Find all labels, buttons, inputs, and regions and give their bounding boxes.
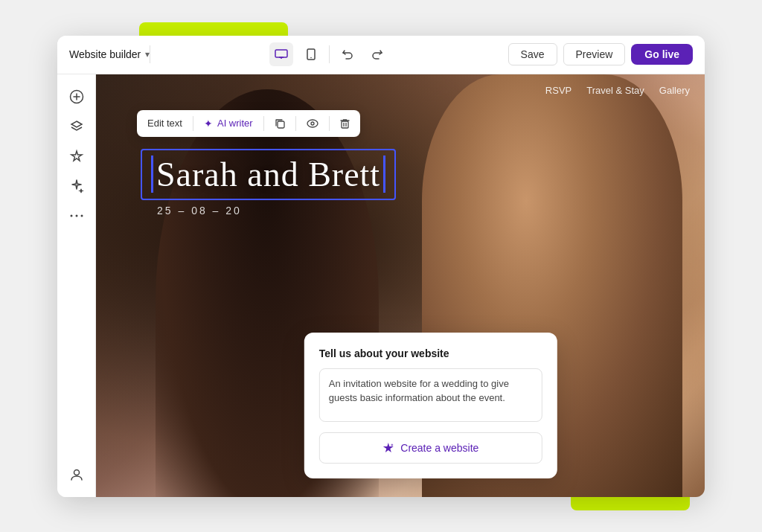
ai-writer-button[interactable]: ✦ AI writer: [193, 110, 263, 137]
svg-point-14: [307, 120, 318, 127]
svg-point-12: [74, 469, 79, 475]
delete-button[interactable]: [330, 110, 360, 137]
svg-rect-0: [275, 50, 287, 57]
visibility-button[interactable]: [296, 110, 329, 137]
magic-button[interactable]: [63, 143, 90, 170]
add-element-button[interactable]: [63, 83, 90, 110]
canvas[interactable]: RSVP Travel & Stay Gallery Edit text ✦ A…: [96, 74, 705, 497]
hero-nav-travel[interactable]: Travel & Stay: [586, 85, 644, 96]
svg-point-11: [80, 214, 83, 217]
text-cursor-right: [383, 156, 385, 193]
layers-button[interactable]: [63, 113, 90, 140]
text-cursor: [151, 156, 153, 193]
builder-label-area[interactable]: Website builder ▾: [69, 48, 150, 60]
hero-nav-gallery[interactable]: Gallery: [659, 85, 690, 96]
create-website-label: Create a website: [400, 442, 478, 454]
toolbar-divider-2: [329, 45, 330, 63]
ai-dialog-textarea[interactable]: An invitation website for a wedding to g…: [319, 368, 542, 422]
desktop-view-button[interactable]: [269, 42, 293, 66]
more-button[interactable]: [63, 202, 90, 229]
ai-dialog: Tell us about your website An invitation…: [304, 333, 557, 478]
hero-date: 25 – 08 – 20: [157, 205, 242, 217]
content-area: RSVP Travel & Stay Gallery Edit text ✦ A…: [57, 74, 705, 497]
save-button[interactable]: Save: [508, 43, 557, 65]
edit-toolbar: Edit text ✦ AI writer: [137, 110, 360, 137]
toolbar-center: [150, 42, 508, 66]
sidebar: [57, 74, 96, 497]
toolbar-right: Save Preview Go live: [508, 43, 693, 65]
undo-button[interactable]: [336, 42, 359, 66]
create-website-button[interactable]: Create a website: [319, 432, 542, 464]
svg-point-4: [310, 57, 312, 59]
copy-button[interactable]: [264, 110, 295, 137]
svg-point-19: [391, 443, 394, 446]
hero-heading-container[interactable]: Sarah and Brett: [141, 149, 396, 200]
main-card: Website builder ▾ Save: [57, 36, 705, 497]
ai-sparkle-button[interactable]: [63, 173, 90, 199]
svg-rect-16: [342, 121, 348, 128]
edit-text-button[interactable]: Edit text: [137, 110, 193, 137]
preview-button[interactable]: Preview: [563, 43, 626, 65]
svg-rect-13: [278, 121, 284, 128]
golive-button[interactable]: Go live: [631, 44, 693, 65]
hero-heading-text: Sarah and Brett: [156, 155, 380, 194]
redo-button[interactable]: [365, 42, 389, 66]
svg-point-15: [311, 122, 314, 125]
ai-writer-icon: ✦: [204, 118, 213, 129]
svg-marker-8: [71, 121, 82, 127]
toolbar: Website builder ▾ Save: [57, 36, 705, 74]
builder-label: Website builder: [69, 48, 141, 60]
mobile-view-button[interactable]: [299, 42, 323, 66]
hero-nav-rsvp[interactable]: RSVP: [545, 85, 572, 96]
svg-point-9: [70, 214, 72, 217]
hero-navigation: RSVP Travel & Stay Gallery: [545, 85, 690, 96]
ai-dialog-title: Tell us about your website: [319, 347, 542, 359]
account-button[interactable]: [63, 461, 90, 488]
svg-point-10: [75, 214, 77, 217]
